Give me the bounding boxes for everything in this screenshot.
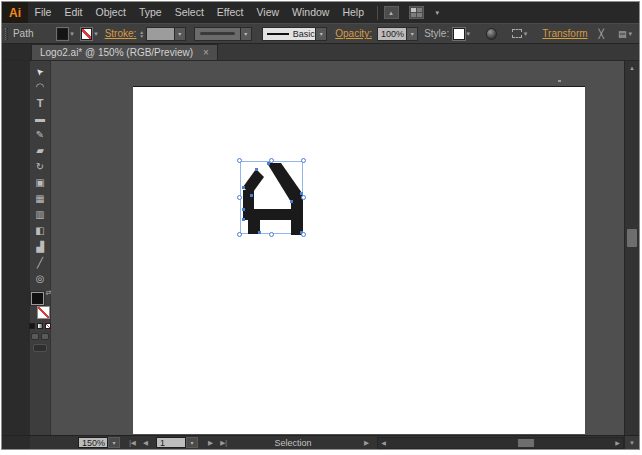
select-similar-icon[interactable] (512, 29, 521, 38)
menu-object[interactable]: Object (89, 2, 132, 23)
gradient-tool[interactable]: ▥ (31, 207, 50, 223)
anchor-point[interactable] (258, 231, 261, 234)
first-artboard-button[interactable]: |◀ (126, 439, 139, 447)
selection-handle[interactable] (301, 158, 306, 163)
gradient-button[interactable] (37, 323, 43, 329)
bridge-icon[interactable]: ▴ (384, 6, 399, 19)
previous-artboard-button[interactable]: ◀ (139, 439, 152, 447)
selection-handle[interactable] (301, 195, 306, 200)
fill-chevron-icon[interactable]: ▾ (70, 30, 74, 38)
stroke-link[interactable]: Stroke: (105, 28, 137, 39)
menu-effect[interactable]: Effect (210, 2, 250, 23)
column-graph-tool[interactable]: ▟ (31, 239, 50, 255)
anchor-point[interactable] (242, 186, 245, 189)
stroke-weight-stepper[interactable]: ▲ ▼ (139, 30, 144, 38)
stroke-indicator-none[interactable] (37, 306, 50, 319)
opacity-link[interactable]: Opacity: (335, 28, 372, 39)
vertical-scroll-thumb[interactable] (627, 229, 637, 247)
menu-type[interactable]: Type (132, 2, 168, 23)
selection-handle[interactable] (269, 158, 274, 163)
horizontal-scrollbar[interactable]: ◀ ▶ (377, 437, 624, 449)
chevron-down-icon[interactable]: ▾ (436, 9, 440, 17)
arrange-chevron-icon[interactable]: ▾ (629, 30, 633, 38)
type-tool[interactable]: T (31, 95, 50, 111)
opacity-value[interactable]: 100% (378, 29, 406, 39)
stroke-chevron-icon[interactable]: ▾ (94, 30, 98, 38)
vertical-scrollbar[interactable]: ▲ (624, 61, 639, 435)
artboard-number-input[interactable]: 1 (156, 437, 186, 448)
rectangle-tool[interactable]: ▬ (31, 111, 50, 127)
statusbar-gutter (2, 436, 30, 449)
zoom-level-input[interactable]: 150% (78, 437, 108, 448)
last-artboard-button[interactable]: ▶| (217, 439, 230, 447)
anchor-point[interactable] (242, 218, 245, 221)
transform-link[interactable]: Transform (542, 28, 587, 39)
menu-window[interactable]: Window (286, 2, 336, 23)
selection-handle[interactable] (237, 158, 242, 163)
stroke-weight-select[interactable]: ▾ (146, 27, 185, 41)
spin-down-icon[interactable]: ▼ (139, 34, 144, 38)
zoom-tool[interactable]: ◎ (31, 271, 50, 287)
menu-help[interactable]: Help (336, 2, 371, 23)
paintbrush-tool[interactable]: ✎ (31, 127, 50, 143)
stroke-none-swatch[interactable] (81, 28, 92, 40)
isolate-icon[interactable]: ╳ (599, 29, 604, 39)
stroke-weight-chevron-icon[interactable]: ▾ (174, 28, 185, 40)
opacity-combo[interactable]: 100% ▾ (377, 27, 418, 41)
selection-handle[interactable] (237, 195, 242, 200)
fill-indicator-black[interactable] (31, 292, 44, 305)
document-tab[interactable]: Logo2.ai* @ 150% (RGB/Preview) × (31, 44, 218, 60)
slice-tool[interactable]: ╱ (31, 255, 50, 271)
workspace-switcher-icon[interactable] (409, 6, 424, 19)
next-artboard-button[interactable]: ▶ (204, 439, 217, 447)
arrange-icon[interactable]: ▤ (618, 29, 627, 39)
screen-mode-button[interactable] (33, 344, 47, 352)
opacity-chevron-icon[interactable]: ▾ (406, 28, 417, 40)
artboard-chevron-icon[interactable]: ▾ (186, 437, 198, 448)
eraser-tool[interactable]: ▰ (31, 143, 50, 159)
fill-stroke-control[interactable]: ⇄ (31, 292, 50, 319)
scroll-down-icon[interactable]: ▼ (624, 436, 639, 449)
style-chevron-icon[interactable]: ▾ (467, 30, 471, 38)
zoom-chevron-icon[interactable]: ▾ (108, 437, 120, 448)
selection-handle[interactable] (237, 232, 242, 237)
status-expand-icon[interactable]: ▶ (360, 439, 373, 447)
select-similar-chevron-icon[interactable]: ▾ (524, 30, 528, 38)
canvas-area[interactable] (51, 61, 624, 435)
menu-edit[interactable]: Edit (58, 2, 89, 23)
artboard[interactable] (133, 86, 585, 434)
anchor-point[interactable] (290, 200, 293, 203)
selection-bounding-box[interactable] (240, 161, 303, 234)
width-profile-select[interactable]: ▾ (194, 27, 252, 41)
menu-view[interactable]: View (250, 2, 286, 23)
width-profile-chevron-icon[interactable]: ▾ (240, 28, 251, 40)
draw-behind-button[interactable] (41, 333, 49, 340)
anchor-point[interactable] (255, 168, 258, 171)
close-icon[interactable]: × (203, 47, 209, 58)
rotate-tool[interactable]: ↻ (31, 159, 50, 175)
color-button[interactable] (29, 323, 35, 329)
mesh-tool[interactable]: ▦ (31, 191, 50, 207)
logo-artwork[interactable] (241, 162, 304, 235)
selection-handle[interactable] (301, 232, 306, 237)
scroll-left-icon[interactable]: ◀ (378, 439, 389, 446)
lasso-tool[interactable]: ◠ (31, 79, 50, 95)
fill-swatch[interactable] (57, 28, 68, 40)
brush-definition-select[interactable]: Basic ▾ (262, 27, 328, 41)
menu-file[interactable]: File (28, 2, 58, 23)
free-transform-tool[interactable]: ▣ (31, 175, 50, 191)
brush-chevron-icon[interactable]: ▾ (315, 28, 326, 40)
shape-builder-tool[interactable]: ◧ (31, 223, 50, 239)
selection-tool[interactable]: ➤ (31, 63, 50, 79)
recolor-artwork-icon[interactable] (486, 28, 497, 40)
menu-select[interactable]: Select (168, 2, 210, 23)
selection-handle[interactable] (269, 232, 274, 237)
horizontal-scroll-thumb[interactable] (518, 439, 534, 447)
anchor-point[interactable] (242, 208, 245, 211)
scroll-up-icon[interactable]: ▲ (625, 61, 639, 74)
draw-normal-button[interactable] (31, 333, 39, 340)
panel-grip[interactable] (5, 28, 8, 40)
anchor-point[interactable] (250, 194, 253, 197)
scroll-right-icon[interactable]: ▶ (612, 439, 623, 446)
style-swatch[interactable] (453, 28, 464, 40)
